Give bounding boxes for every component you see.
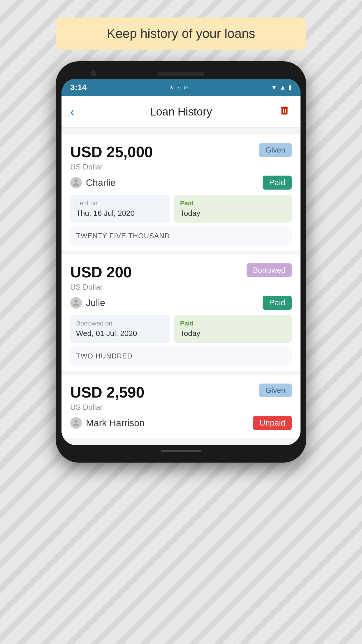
date-value-1: Wed, 01 Jul, 2020: [76, 329, 164, 338]
loan-currency-1: US Dollar: [70, 283, 132, 292]
status-bar: 3:14 𝐀 ⊡ ⊘ ▼ ▲ ▮: [61, 79, 301, 96]
loan-note-0: TWENTY FIVE THOUSAND: [70, 227, 292, 245]
paid-value-0: Today: [180, 209, 286, 218]
avatar-1: [70, 297, 82, 309]
loan-person-row-2: Mark Harrison Unpaid: [70, 416, 292, 430]
paid-value-1: Today: [180, 329, 286, 338]
status-icon-a: 𝐀: [170, 85, 173, 91]
paid-label-1: Paid: [180, 320, 286, 327]
content-area: USD 25,000 US Dollar Given Charlie Paid: [61, 127, 301, 445]
loan-person-1: Julie: [70, 297, 105, 309]
status-badge-1[interactable]: Paid: [263, 296, 292, 310]
loan-type-badge-2[interactable]: Given: [259, 384, 292, 397]
loan-header-row-1: USD 200 US Dollar Borrowed: [70, 263, 292, 296]
loan-note-1: TWO HUNDRED: [70, 347, 292, 365]
loan-amount-0: USD 25,000: [70, 143, 153, 161]
phone-frame: 3:14 𝐀 ⊡ ⊘ ▼ ▲ ▮ ‹ Loan History: [56, 61, 306, 463]
loan-person-2: Mark Harrison: [70, 417, 145, 429]
page-title: Loan History: [150, 106, 212, 118]
loan-header-row-0: USD 25,000 US Dollar Given: [70, 143, 292, 176]
date-label-1: Borrowed on: [76, 320, 164, 327]
promo-text: Keep history of your loans: [107, 26, 255, 41]
loan-amount-group-2: USD 2,590 US Dollar: [70, 384, 144, 416]
person-name-2: Mark Harrison: [86, 418, 145, 428]
loan-person-row-0: Charlie Paid: [70, 176, 292, 190]
loan-amount-group-0: USD 25,000 US Dollar: [70, 143, 153, 176]
lent-date-box-1: Borrowed on Wed, 01 Jul, 2020: [70, 315, 170, 343]
loan-type-badge-1[interactable]: Borrowed: [247, 263, 292, 277]
paid-date-box-0: Paid Today: [174, 195, 292, 223]
loan-currency-0: US Dollar: [70, 162, 153, 172]
lent-date-box-0: Lent on Thu, 16 Jul, 2020: [70, 195, 170, 223]
status-badge-0[interactable]: Paid: [263, 176, 292, 190]
phone-bottom: [61, 445, 301, 457]
loan-person-0: Charlie: [70, 177, 115, 188]
loan-dates-0: Lent on Thu, 16 Jul, 2020 Paid Today: [70, 195, 292, 223]
status-time: 3:14: [70, 83, 87, 92]
loan-amount-group-1: USD 200 US Dollar: [70, 263, 132, 296]
wifi-icon: ▼: [271, 84, 277, 91]
loan-person-row-1: Julie Paid: [70, 296, 292, 310]
person-name-0: Charlie: [86, 177, 115, 188]
trash-icon: [279, 105, 290, 118]
promo-banner: Keep history of your loans: [56, 18, 306, 50]
avatar-0: [70, 177, 82, 188]
back-button[interactable]: ‹: [70, 105, 85, 118]
avatar-2: [70, 417, 82, 429]
phone-camera: [91, 71, 96, 76]
person-name-1: Julie: [86, 298, 105, 308]
paid-label-0: Paid: [180, 200, 286, 207]
status-icons: 𝐀 ⊡ ⊘: [170, 84, 188, 91]
status-badge-2[interactable]: Unpaid: [253, 416, 292, 430]
app-header: ‹ Loan History: [61, 96, 301, 127]
loan-card-2: USD 2,590 US Dollar Given Mark Harrison …: [61, 375, 301, 438]
delete-button[interactable]: [277, 104, 292, 119]
signal-icon: ▲: [280, 84, 286, 91]
loan-amount-1: USD 200: [70, 263, 132, 281]
loan-card-0: USD 25,000 US Dollar Given Charlie Paid: [61, 134, 301, 251]
loan-currency-2: US Dollar: [70, 403, 144, 412]
date-value-0: Thu, 16 Jul, 2020: [76, 209, 164, 218]
paid-date-box-1: Paid Today: [174, 315, 292, 343]
home-indicator: [161, 450, 201, 452]
battery-icon: ▮: [288, 84, 292, 91]
phone-screen: 3:14 𝐀 ⊡ ⊘ ▼ ▲ ▮ ‹ Loan History: [61, 79, 301, 445]
status-right-icons: ▼ ▲ ▮: [271, 84, 292, 91]
date-label-0: Lent on: [76, 200, 164, 207]
status-icon-circle: ⊘: [184, 84, 188, 91]
phone-speaker: [158, 72, 204, 76]
loan-amount-2: USD 2,590: [70, 384, 144, 401]
loan-header-row-2: USD 2,590 US Dollar Given: [70, 384, 292, 416]
loan-type-badge-0[interactable]: Given: [259, 143, 292, 157]
loan-dates-1: Borrowed on Wed, 01 Jul, 2020 Paid Today: [70, 315, 292, 343]
loan-card-1: USD 200 US Dollar Borrowed Julie Paid: [61, 255, 301, 371]
status-icon-clipboard: ⊡: [176, 84, 181, 91]
phone-notch: [61, 67, 301, 79]
